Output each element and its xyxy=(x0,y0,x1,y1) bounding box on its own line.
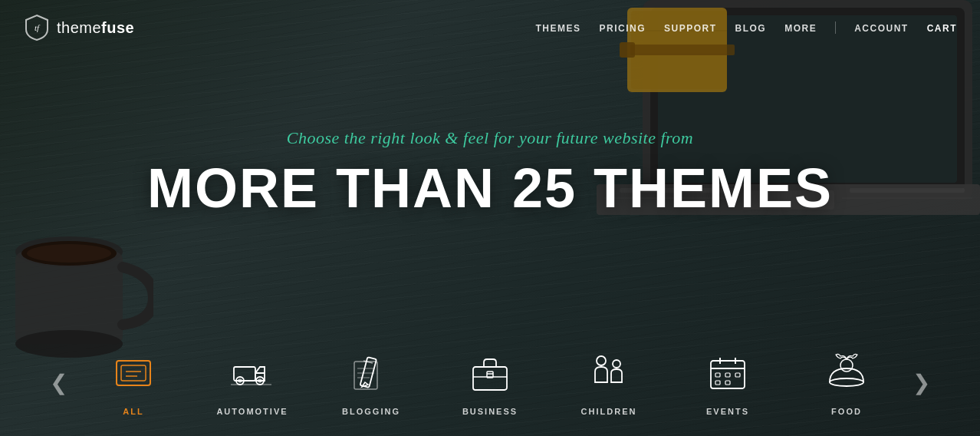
cat-business[interactable]: BUSINESS xyxy=(431,336,550,428)
cat-children[interactable]: CHILDREN xyxy=(550,336,669,428)
cat-all-icon xyxy=(109,348,158,398)
nav-links: THEMES PRICING SUPPORT BLOG MORE ACCOUNT… xyxy=(535,21,957,35)
svg-rect-47 xyxy=(715,373,720,377)
hero-subtitle: Choose the right look & feel for your fu… xyxy=(287,128,693,148)
cat-events[interactable]: EVENTS xyxy=(669,336,788,428)
svg-point-52 xyxy=(830,378,863,386)
cat-business-icon xyxy=(465,348,515,398)
nav-blog[interactable]: BLOG xyxy=(735,23,767,34)
cat-business-label: BUSINESS xyxy=(462,407,518,416)
svg-rect-51 xyxy=(725,381,730,385)
svg-rect-49 xyxy=(735,373,740,377)
hero-section: tf themefuse THEMES PRICING SUPPORT BLOG… xyxy=(0,0,980,436)
categories-list: ALL xyxy=(74,336,906,428)
cat-automotive[interactable]: AUTOMOTIVE xyxy=(193,336,312,428)
cat-all[interactable]: ALL xyxy=(74,336,193,428)
nav-cart[interactable]: CART xyxy=(927,23,957,34)
svg-point-41 xyxy=(597,356,606,365)
cat-food[interactable]: FOOD xyxy=(788,336,906,428)
svg-point-53 xyxy=(840,359,853,372)
nav-pricing[interactable]: PRICING xyxy=(599,23,646,34)
next-arrow[interactable]: ❯ xyxy=(906,367,937,398)
cat-blogging[interactable]: BLOGGING xyxy=(312,336,431,428)
svg-rect-37 xyxy=(473,367,507,390)
logo-text: themefuse xyxy=(57,19,134,37)
hero-title: MORE THAN 25 THEMES xyxy=(147,160,833,216)
nav-divider xyxy=(835,21,836,34)
cat-all-label: ALL xyxy=(123,407,143,416)
cat-blogging-label: BLOGGING xyxy=(342,407,400,416)
nav-more[interactable]: MORE xyxy=(784,23,817,34)
cat-automotive-label: AUTOMOTIVE xyxy=(216,407,288,416)
cat-blogging-icon xyxy=(347,348,396,398)
cat-food-label: FOOD xyxy=(831,407,862,416)
svg-rect-50 xyxy=(715,381,720,385)
main-nav: tf themefuse THEMES PRICING SUPPORT BLOG… xyxy=(0,0,980,55)
cat-food-icon xyxy=(822,348,871,398)
cat-children-label: CHILDREN xyxy=(581,407,637,416)
cat-automotive-icon xyxy=(228,348,277,398)
svg-point-42 xyxy=(613,360,620,368)
svg-rect-22 xyxy=(121,365,146,381)
category-bar: ❮ ALL xyxy=(0,329,980,436)
svg-rect-48 xyxy=(725,373,730,377)
nav-support[interactable]: SUPPORT xyxy=(664,23,717,34)
cat-events-icon xyxy=(703,348,752,398)
prev-arrow[interactable]: ❮ xyxy=(44,367,74,398)
svg-text:tf: tf xyxy=(35,23,41,32)
logo-shield-icon: tf xyxy=(23,14,51,41)
nav-account[interactable]: ACCOUNT xyxy=(854,23,909,34)
cat-children-icon xyxy=(584,348,633,398)
cat-events-label: EVENTS xyxy=(706,407,749,416)
nav-themes[interactable]: THEMES xyxy=(535,23,580,34)
logo-link[interactable]: tf themefuse xyxy=(23,14,134,41)
